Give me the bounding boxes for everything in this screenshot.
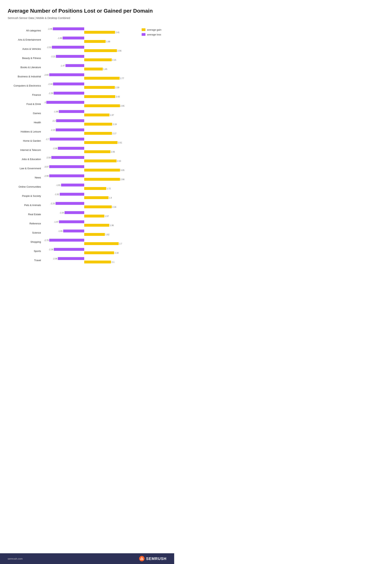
neg-value: -1.65: [58, 230, 63, 232]
bars-zone: -1.471.45: [44, 64, 138, 70]
pos-value: 1.9: [109, 197, 112, 199]
svg-point-0: [139, 556, 144, 561]
neg-bar-wrap: -3: [44, 101, 84, 104]
loss-bar: [63, 37, 84, 40]
pos-value: 3.05: [121, 169, 125, 171]
pos-bar-wrap: 2.05: [84, 150, 125, 153]
loss-bar-line: -2.44: [44, 83, 138, 85]
loss-bar-line: -2.06: [44, 147, 138, 150]
pos-bar-wrap: 2.1: [84, 261, 125, 263]
gain-label: average gain: [147, 28, 161, 31]
neg-value: -2.79: [44, 239, 49, 241]
loss-bar-line: -2.83: [44, 73, 138, 76]
neg-bar-wrap: -3.07: [44, 165, 84, 168]
category-label: Law & Government: [8, 167, 44, 170]
pos-bar-wrap: 1.45: [84, 68, 125, 70]
loss-bar-line: -2.21: [44, 55, 138, 58]
gain-bar-line: 1.68: [44, 40, 138, 43]
chart-row: Business & Industrial-2.832.77: [8, 72, 138, 81]
category-label: Sports: [8, 250, 44, 253]
loss-bar: [59, 220, 84, 223]
category-label: People & Society: [8, 195, 44, 197]
loss-bar-line: -2.53: [44, 46, 138, 49]
chart-row: Shopping-2.792.7: [8, 238, 138, 246]
loss-bar-line: -1.97: [44, 220, 138, 223]
gain-bar: [84, 86, 115, 89]
neg-value: -2.23: [51, 129, 55, 131]
loss-bar: [56, 202, 84, 205]
bars-zone: -2.832.77: [44, 73, 138, 80]
neg-value: -1.54: [59, 212, 64, 214]
gain-bar: [84, 132, 112, 135]
neg-value: -3: [44, 101, 46, 104]
neg-bar-wrap: -2.2: [44, 119, 84, 122]
neg-bar-wrap: -2.45: [44, 27, 84, 30]
pos-value: 2.34: [115, 252, 118, 254]
bars-zone: -2.72.61: [44, 138, 138, 144]
neg-value: -3.07: [44, 166, 49, 168]
gain-bar-line: 2.7: [44, 242, 138, 245]
gain-bar: [84, 224, 109, 227]
category-label: Games: [8, 112, 44, 115]
bars-zone: -2.232.17: [44, 128, 138, 135]
neg-value: -2.39: [48, 92, 53, 94]
gain-bar-line: 2.98: [44, 178, 138, 181]
neg-bar-wrap: -2.06: [44, 147, 84, 150]
loss-bar-line: -2.79: [44, 239, 138, 242]
loss-bar-line: -1.65: [44, 229, 138, 232]
chart-title: Average Number of Positions Lost or Gain…: [8, 8, 167, 14]
gain-bar: [84, 141, 117, 144]
chart-row: Real Estate-1.541.57: [8, 210, 138, 219]
loss-bar: [51, 156, 84, 159]
loss-bar-line: -1.81: [44, 183, 138, 186]
footer-brand: SEMRUSH: [146, 557, 167, 561]
gain-bar: [84, 242, 119, 245]
neg-value: -2.2: [52, 120, 56, 122]
pos-bar-wrap: 1.57: [84, 215, 125, 217]
chart-row: Online Communities-1.811.72: [8, 183, 138, 191]
loss-bar: [54, 92, 84, 95]
gain-bar-line: 2.15: [44, 58, 138, 61]
pos-value: 1.72: [107, 187, 111, 190]
bars-zone: -2.792.7: [44, 239, 138, 245]
pos-bar-wrap: 1.62: [84, 233, 125, 236]
pos-value: 1.97: [110, 114, 114, 116]
neg-value: -2.21: [51, 55, 56, 58]
chart-row: Travel-2.062.1: [8, 256, 138, 265]
gain-bar-line: 2.77: [44, 77, 138, 80]
pos-bar-wrap: 1.9: [84, 196, 125, 199]
neg-bar-wrap: -2.99: [44, 174, 84, 177]
category-label: Beauty & Fitness: [8, 57, 44, 59]
neg-value: -1.99: [54, 111, 58, 113]
category-label: Food & Drink: [8, 103, 44, 105]
legend-loss: average loss: [142, 33, 167, 36]
bars-zone: -2.582.53: [44, 156, 138, 162]
pos-value: 2.61: [118, 141, 122, 144]
pos-bar-wrap: 2.43: [84, 95, 125, 98]
legend-gain: average gain: [142, 28, 167, 31]
gain-bar-line: 2.61: [44, 141, 138, 144]
loss-bar-line: -1.69: [44, 37, 138, 40]
gain-bar: [84, 77, 120, 80]
bars-zone: -2.442.39: [44, 83, 138, 89]
neg-bar-wrap: -1.65: [44, 229, 84, 232]
neg-bar-wrap: -2.53: [44, 46, 84, 49]
loss-bar: [53, 27, 84, 30]
chart-row: Beauty & Fitness-2.212.15: [8, 54, 138, 62]
gain-bar: [84, 150, 111, 153]
pos-value: 2.7: [119, 242, 122, 245]
neg-bar-wrap: -2.25: [44, 202, 84, 205]
neg-value: -2.38: [49, 248, 53, 251]
loss-bar-line: -2.7: [44, 138, 138, 141]
loss-bar-line: -1.99: [44, 110, 138, 113]
pos-value: 2.39: [115, 86, 119, 89]
gain-bar-line: 1.72: [44, 187, 138, 190]
loss-bar-line: -1.47: [44, 64, 138, 67]
loss-bar: [50, 138, 84, 141]
neg-value: -2.25: [50, 202, 55, 205]
loss-bar-line: -2.58: [44, 156, 138, 159]
pos-bar-wrap: 2.56: [84, 49, 125, 52]
gain-bar: [84, 251, 114, 254]
chart-row: Science-1.651.62: [8, 229, 138, 237]
bars-zone: -1.651.62: [44, 229, 138, 236]
